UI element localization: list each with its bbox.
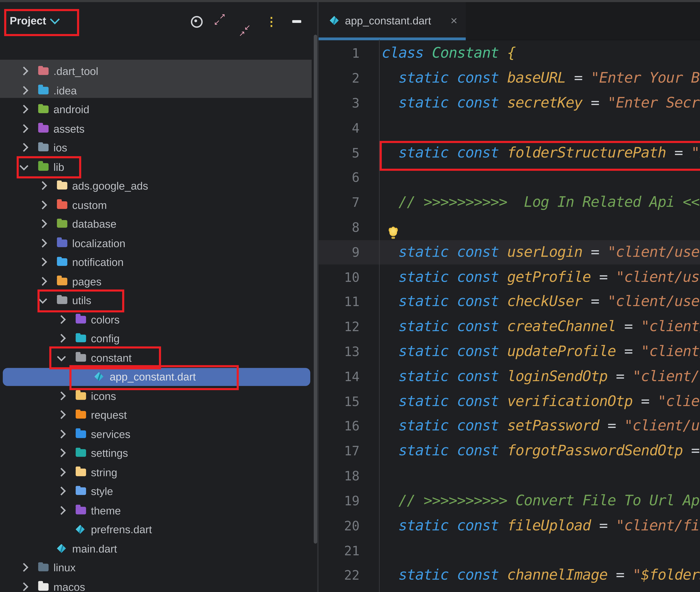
token-comment: // >>>>>>>>>> Convert File To Url Api <<… <box>398 492 700 509</box>
code-line-20: static const fileUpload = "client/file/u… <box>382 513 700 538</box>
folder-icon <box>76 315 86 323</box>
code-line-3: static const secretKey = "Enter Secret Y… <box>382 91 700 116</box>
code-editor[interactable]: 12345678910111213141516171819202122 clas… <box>319 40 700 592</box>
chevron-right-icon[interactable] <box>57 315 66 324</box>
code-line-11: static const checkUser = "client/user/ch… <box>382 290 700 314</box>
tree-item-custom[interactable]: custom <box>0 196 312 215</box>
tree-item-macos[interactable]: macos <box>0 578 312 592</box>
token-str: "client/user/login" <box>607 244 700 260</box>
tree-item-style[interactable]: style <box>0 482 312 501</box>
chevron-down-icon[interactable] <box>38 295 47 304</box>
line-number: 7 <box>319 190 360 215</box>
tree-item-assets[interactable]: assets <box>0 119 312 138</box>
chevron-right-icon[interactable] <box>57 506 66 514</box>
line-number: 12 <box>319 314 360 340</box>
tree-item-colors[interactable]: colors <box>0 310 312 329</box>
tree-item-ads-google-ads[interactable]: ads.google_ads <box>0 177 312 196</box>
tree-item--idea[interactable]: .idea <box>0 81 312 100</box>
tree-scrollbar-thumb[interactable] <box>314 35 317 544</box>
token-plain <box>449 566 457 583</box>
chevron-right-icon[interactable] <box>38 277 47 285</box>
chevron-right-icon[interactable] <box>57 487 66 495</box>
folder-icon <box>57 278 67 285</box>
tree-item-app-constant-dart[interactable]: app_constant.dart <box>0 367 312 387</box>
line-number: 1 <box>319 41 360 66</box>
tree-item-localization[interactable]: localization <box>0 234 312 253</box>
chevron-right-icon[interactable] <box>38 181 47 190</box>
chevron-right-icon[interactable] <box>19 582 28 591</box>
token-plain <box>382 268 398 285</box>
chevron-right-icon[interactable] <box>57 467 66 476</box>
tree-item-label: style <box>91 485 113 498</box>
line-number: 11 <box>319 290 360 314</box>
chevron-right-icon[interactable] <box>38 200 47 209</box>
tree-item-request[interactable]: request <box>0 406 312 425</box>
tree-item-icons[interactable]: icons <box>0 387 312 405</box>
code-line-2: static const baseURL = "Enter Your Base … <box>382 66 700 91</box>
tree-item-ios[interactable]: ios <box>0 138 312 157</box>
chevron-right-icon[interactable] <box>19 124 28 133</box>
token-kw: const <box>457 442 499 459</box>
chevron-right-icon[interactable] <box>57 410 66 419</box>
token-kw: const <box>457 69 499 86</box>
chevron-right-icon[interactable] <box>38 257 47 266</box>
chevron-right-icon[interactable] <box>57 429 66 438</box>
token-punct: = <box>683 442 700 459</box>
tree-item-prefrens-dart[interactable]: prefrens.dart <box>0 520 312 539</box>
token-punct: = <box>666 144 691 161</box>
token-name: createChannel <box>507 318 616 335</box>
tree-item-theme[interactable]: theme <box>0 501 312 520</box>
tree-item-label: .idea <box>53 84 77 97</box>
chevron-right-icon[interactable] <box>19 67 28 76</box>
tree-item-label: main.dart <box>72 543 117 555</box>
chevron-right-icon[interactable] <box>38 219 47 228</box>
tree-item-lib[interactable]: lib <box>0 157 312 177</box>
chevron-right-icon[interactable] <box>57 334 66 343</box>
chevron-right-icon[interactable] <box>38 239 47 247</box>
chevron-right-icon[interactable] <box>57 391 66 400</box>
token-kw: static <box>398 417 449 434</box>
chevron-down-icon[interactable] <box>57 352 66 361</box>
tree-item-linux[interactable]: linux <box>0 558 312 577</box>
token-plain <box>449 442 457 459</box>
tree-item-constant[interactable]: constant <box>0 348 312 367</box>
tree-item-android[interactable]: android <box>0 100 312 119</box>
token-plain <box>449 69 457 86</box>
token-name: forgotPasswordSendOtp <box>507 442 683 459</box>
tree-item-notification[interactable]: notification <box>0 253 312 272</box>
chevron-right-icon[interactable] <box>57 448 66 457</box>
tree-item-pages[interactable]: pages <box>0 272 312 291</box>
chevron-right-icon[interactable] <box>19 563 28 572</box>
tree-item-settings[interactable]: settings <box>0 444 312 463</box>
tree-item-config[interactable]: config <box>0 329 312 348</box>
tab-app-constant-dart[interactable]: app_constant.dart × <box>319 2 466 40</box>
tree-item-main-dart[interactable]: main.dart <box>0 539 312 558</box>
dart-file-icon <box>330 16 339 25</box>
tree-item-label: assets <box>53 122 85 135</box>
token-plain <box>499 442 507 459</box>
token-name: fileUpload <box>507 517 591 534</box>
chevron-down-icon[interactable] <box>19 161 28 170</box>
tree-item-utils[interactable]: utils <box>0 291 312 310</box>
tree-item-database[interactable]: database <box>0 215 312 234</box>
chevron-right-icon[interactable] <box>19 86 28 95</box>
panel-divider[interactable] <box>317 2 319 592</box>
line-number: 15 <box>319 389 360 414</box>
tree-item-label: utils <box>72 294 91 307</box>
chevron-right-icon[interactable] <box>19 143 28 152</box>
folder-icon <box>76 430 86 438</box>
code-line-5: static const folderStructurePath = "Ente… <box>382 141 700 165</box>
close-tab-icon[interactable]: × <box>451 15 457 27</box>
line-number: 5 <box>319 141 360 165</box>
tree-item--dart-tool[interactable]: .dart_tool <box>0 62 312 81</box>
tree-item-services[interactable]: services <box>0 425 312 444</box>
intention-bulb-icon[interactable] <box>389 227 398 238</box>
token-name: secretKey <box>507 94 583 111</box>
folder-icon <box>76 392 86 400</box>
token-kw: const <box>457 393 499 409</box>
tree-item-string[interactable]: string <box>0 463 312 482</box>
chevron-right-icon[interactable] <box>19 105 28 113</box>
token-punct: = <box>616 343 641 359</box>
token-plain <box>499 69 507 86</box>
tab-title: app_constant.dart <box>345 14 431 27</box>
